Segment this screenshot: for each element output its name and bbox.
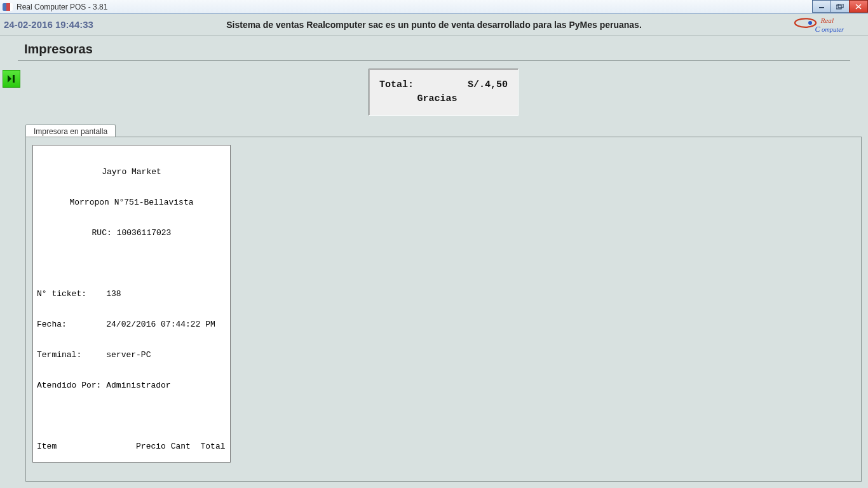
close-icon <box>855 4 862 10</box>
receipt-store: Jayro Market <box>37 167 226 177</box>
svg-text:omputer: omputer <box>822 26 844 33</box>
minimize-button[interactable] <box>812 0 831 13</box>
maximize-icon <box>836 4 844 10</box>
summary-thanks: Gracias <box>379 92 508 106</box>
app-header: 24-02-2016 19:44:33 Sistema de ventas Re… <box>0 14 868 36</box>
brand-logo: Real C omputer <box>790 15 860 34</box>
tab-panel: Jayro Market Morropon N°751-Bellavista R… <box>25 137 862 482</box>
receipt-atendido-row: Atendido Por: Administrador <box>37 381 226 391</box>
svg-rect-1 <box>836 5 841 9</box>
svg-text:C: C <box>815 25 821 34</box>
window-titlebar: Real Computer POS - 3.81 <box>0 0 868 14</box>
svg-point-6 <box>808 21 812 25</box>
svg-rect-0 <box>819 7 824 8</box>
summary-total-label: Total: <box>379 78 414 92</box>
close-button[interactable] <box>849 0 868 13</box>
receipt-ticket-row: N° ticket: 138 <box>37 289 226 299</box>
section-title: Impresoras <box>0 36 868 60</box>
receipt-preview: Jayro Market Morropon N°751-Bellavista R… <box>32 145 231 463</box>
section-divider <box>18 60 850 61</box>
svg-point-5 <box>795 18 816 27</box>
tab-screen-printer[interactable]: Impresora en pantalla <box>25 125 116 138</box>
receipt-terminal-row: Terminal: server-PC <box>37 350 226 360</box>
app-icon <box>3 3 13 11</box>
advance-icon <box>6 74 17 84</box>
svg-marker-10 <box>8 75 11 83</box>
total-summary-box: Total: S/.4,50 Gracias <box>369 69 519 116</box>
receipt-fecha-row: Fecha: 24/02/2016 07:44:22 PM <box>37 320 226 330</box>
receipt-address: Morropon N°751-Bellavista <box>37 198 226 208</box>
header-slogan: Sistema de ventas Realcomputer sac es un… <box>226 20 642 30</box>
svg-rect-11 <box>13 75 15 83</box>
svg-text:Real: Real <box>820 17 834 24</box>
receipt-ruc-line: RUC: 10036117023 <box>37 228 226 238</box>
minimize-icon <box>818 4 825 9</box>
svg-rect-2 <box>838 4 843 8</box>
receipt-columns: Item Precio Cant Total <box>37 442 226 452</box>
advance-button[interactable] <box>3 70 20 88</box>
summary-total-value: S/.4,50 <box>468 78 508 92</box>
maximize-button[interactable] <box>831 0 850 13</box>
header-datetime: 24-02-2016 19:44:33 <box>0 19 93 30</box>
tab-strip: Impresora en pantalla <box>25 125 116 138</box>
window-controls <box>813 0 868 13</box>
window-title: Real Computer POS - 3.81 <box>17 3 107 11</box>
